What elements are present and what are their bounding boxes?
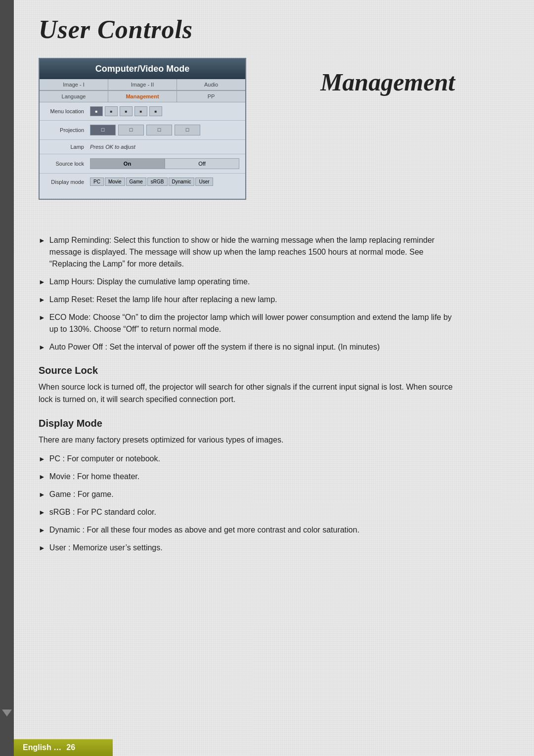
footer-bar: English … 26 xyxy=(14,739,113,756)
display-bullet-srgb: ► sRGB : For PC standard color. xyxy=(39,506,459,518)
display-mode-buttons: PC Movie Game sRGB Dynamic User xyxy=(90,178,213,186)
panel-header-text: Computer/Video Mode xyxy=(95,64,190,74)
content-area: ► Lamp Reminding: Select this function t… xyxy=(39,234,459,554)
bullet-eco-mode: ► ECO Mode: Choose “On” to dim the proje… xyxy=(39,311,459,335)
menu-loc-center[interactable]: ■ xyxy=(120,106,133,116)
lamp-text: Press OK to adjust xyxy=(90,144,135,150)
bullet-auto-power-off-text: Auto Power Off : Set the interval of pow… xyxy=(49,341,380,353)
display-mode-movie[interactable]: Movie xyxy=(105,178,125,186)
display-bullet-dynamic-text: Dynamic : For all these four modes as ab… xyxy=(49,524,359,536)
display-bullet-dynamic: ► Dynamic : For all these four modes as … xyxy=(39,524,459,536)
bullet-arrow-icon-3: ► xyxy=(39,295,45,305)
lamp-row: Lamp Press OK to adjust xyxy=(40,140,245,154)
menu-loc-topleft[interactable]: ■ xyxy=(90,106,103,116)
left-sidebar xyxy=(0,0,14,756)
display-bullet-movie: ► Movie : For home theater. xyxy=(39,471,459,483)
display-mode-srgb[interactable]: sRGB xyxy=(147,178,168,186)
lamp-content: Press OK to adjust xyxy=(90,144,239,150)
top-layout: Computer/Video Mode Image - I Image - II… xyxy=(39,58,509,220)
tab-audio[interactable]: Audio xyxy=(177,79,245,90)
display-mode-label: Display mode xyxy=(45,179,90,185)
lamp-label: Lamp xyxy=(45,144,90,150)
menu-loc-bottomcenter[interactable]: ■ xyxy=(134,106,147,116)
bullet-arrow-icon-4: ► xyxy=(39,312,45,323)
display-mode-row: Display mode PC Movie Game sRGB Dynamic … xyxy=(40,174,245,190)
bullet-lamp-reminding: ► Lamp Reminding: Select this function t… xyxy=(39,234,459,270)
panel-bottom-space xyxy=(40,190,245,199)
bullet-auto-power-off: ► Auto Power Off : Set the interval of p… xyxy=(39,341,459,353)
tab-management[interactable]: Management xyxy=(108,91,177,102)
display-mode-bullet-list: ► PC : For computer or notebook. ► Movie… xyxy=(39,453,459,554)
bullet-lamp-reminding-text: Lamp Reminding: Select this function to … xyxy=(49,234,459,270)
proj-ceiling[interactable]: ☐ xyxy=(146,125,172,135)
bullet-arrow-icon-10: ► xyxy=(39,525,45,535)
display-mode-heading: Display Mode xyxy=(39,418,459,429)
ui-panel-column: Computer/Video Mode Image - I Image - II… xyxy=(39,58,246,220)
bullet-lamp-reset: ► Lamp Reset: Reset the lamp life hour a… xyxy=(39,294,459,306)
bullet-arrow-icon-5: ► xyxy=(39,342,45,353)
display-bullet-game: ► Game : For game. xyxy=(39,489,459,500)
bullet-arrow-icon-8: ► xyxy=(39,489,45,500)
proj-rear-ceiling[interactable]: ☐ xyxy=(175,125,200,135)
display-bullet-pc: ► PC : For computer or notebook. xyxy=(39,453,459,465)
source-lock-on[interactable]: On xyxy=(90,158,165,169)
bullet-arrow-icon-9: ► xyxy=(39,507,45,518)
projection-label: Projection xyxy=(45,127,90,133)
section-title: Management xyxy=(320,68,455,96)
panel-header: Computer/Video Mode xyxy=(40,59,245,79)
computer-video-panel: Computer/Video Mode Image - I Image - II… xyxy=(39,58,246,200)
bullet-eco-mode-text: ECO Mode: Choose “On” to dim the project… xyxy=(49,311,459,335)
tab-pp[interactable]: PP xyxy=(177,91,245,102)
display-mode-user[interactable]: User xyxy=(195,178,213,186)
tab-image-1[interactable]: Image - I xyxy=(40,79,108,90)
display-bullet-user-text: User : Memorize user’s settings. xyxy=(49,542,163,554)
source-lock-heading: Source Lock xyxy=(39,365,459,376)
tab-language[interactable]: Language xyxy=(40,91,108,102)
display-bullet-movie-text: Movie : For home theater. xyxy=(49,471,139,483)
source-lock-content: On Off xyxy=(90,158,239,169)
main-bullet-list: ► Lamp Reminding: Select this function t… xyxy=(39,234,459,353)
display-mode-game[interactable]: Game xyxy=(126,178,146,186)
menu-location-buttons: ■ ■ ■ ■ ■ xyxy=(90,106,162,116)
menu-location-row: Menu location ■ ■ ■ ■ ■ xyxy=(40,102,245,121)
projection-row: Projection ☐ ☐ ☐ ☐ xyxy=(40,121,245,140)
display-mode-description: There are many factory presets optimized… xyxy=(39,434,459,446)
display-bullet-pc-text: PC : For computer or notebook. xyxy=(49,453,160,465)
menu-loc-topcenter[interactable]: ■ xyxy=(105,106,118,116)
bullet-lamp-hours-text: Lamp Hours: Display the cumulative lamp … xyxy=(49,276,250,288)
tabs-row-1: Image - I Image - II Audio xyxy=(40,79,245,90)
source-lock-description: When source lock is turned off, the proj… xyxy=(39,381,459,406)
bullet-arrow-icon-6: ► xyxy=(39,454,45,464)
page-title: User Controls xyxy=(39,15,509,44)
bullet-arrow-icon: ► xyxy=(39,235,45,246)
main-content: User Controls Computer/Video Mode Image … xyxy=(14,0,534,588)
footer-language: English … xyxy=(23,743,61,752)
proj-front[interactable]: ☐ xyxy=(90,125,116,135)
bullet-arrow-icon-11: ► xyxy=(39,543,45,553)
source-lock-options: On Off xyxy=(90,158,239,169)
display-mode-content: PC Movie Game sRGB Dynamic User xyxy=(90,178,239,186)
menu-loc-bottomright[interactable]: ■ xyxy=(149,106,162,116)
bullet-lamp-reset-text: Lamp Reset: Reset the lamp life hour aft… xyxy=(49,294,277,306)
projection-buttons: ☐ ☐ ☐ ☐ xyxy=(90,125,200,135)
display-mode-pc[interactable]: PC xyxy=(90,178,104,186)
menu-location-content: ■ ■ ■ ■ ■ xyxy=(90,106,239,116)
bullet-arrow-icon-2: ► xyxy=(39,277,45,287)
display-bullet-user: ► User : Memorize user’s settings. xyxy=(39,542,459,554)
tabs-row-2: Language Management PP xyxy=(40,90,245,102)
source-lock-off[interactable]: Off xyxy=(165,158,239,169)
tab-image-2[interactable]: Image - II xyxy=(108,79,177,90)
sidebar-arrow-icon xyxy=(2,710,12,716)
menu-location-label: Menu location xyxy=(45,108,90,114)
bullet-lamp-hours: ► Lamp Hours: Display the cumulative lam… xyxy=(39,276,459,288)
source-lock-row: Source lock On Off xyxy=(40,154,245,174)
source-lock-label: Source lock xyxy=(45,161,90,167)
projection-content: ☐ ☐ ☐ ☐ xyxy=(90,125,239,135)
display-bullet-srgb-text: sRGB : For PC standard color. xyxy=(49,506,156,518)
proj-rear[interactable]: ☐ xyxy=(118,125,144,135)
display-bullet-game-text: Game : For game. xyxy=(49,489,114,500)
bullet-arrow-icon-7: ► xyxy=(39,472,45,482)
section-title-col: Management xyxy=(266,58,509,96)
display-mode-dynamic[interactable]: Dynamic xyxy=(169,178,195,186)
footer-page-number: 26 xyxy=(66,743,75,752)
